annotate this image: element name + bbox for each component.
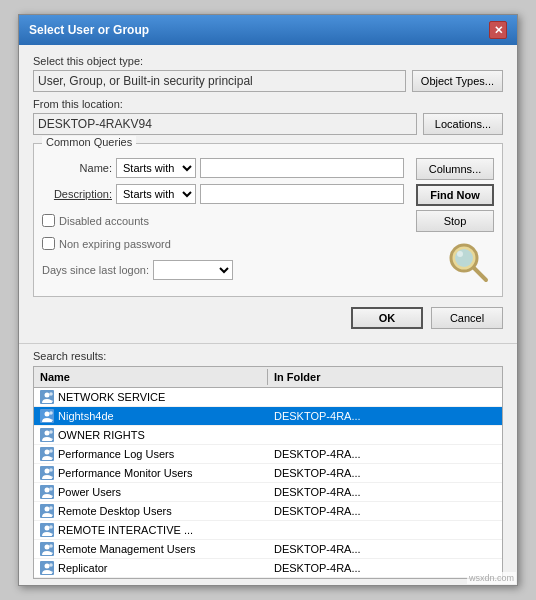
svg-point-3 — [457, 251, 463, 257]
svg-point-5 — [45, 393, 50, 398]
svg-point-11 — [45, 431, 50, 436]
user-group-icon — [40, 466, 54, 480]
table-row[interactable]: ReplicatorDESKTOP-4RA... — [34, 559, 502, 578]
location-input[interactable] — [33, 113, 417, 135]
magnifier-icon — [446, 240, 490, 284]
query-fields: Name: Starts with Is exactly Contains De… — [42, 158, 404, 288]
results-body: NETWORK SERVICE Nightsh4deDESKTOP-4RA...… — [34, 388, 502, 578]
object-type-section: Select this object type: Object Types... — [33, 55, 503, 92]
result-folder-cell: DESKTOP-4RA... — [268, 540, 502, 558]
svg-point-21 — [49, 487, 53, 491]
object-type-label: Select this object type: — [33, 55, 503, 67]
disabled-accounts-row: Disabled accounts — [42, 214, 404, 227]
find-now-button[interactable]: Find Now — [416, 184, 494, 206]
result-name-cell: NETWORK SERVICE — [34, 388, 268, 406]
svg-point-33 — [49, 563, 53, 567]
svg-point-32 — [45, 564, 50, 569]
user-group-icon — [40, 504, 54, 518]
location-row: Locations... — [33, 113, 503, 135]
results-table[interactable]: Name In Folder NETWORK SERVICE Nightsh4d… — [33, 366, 503, 579]
site-watermark: wsxdn.com — [467, 572, 516, 584]
object-type-row: Object Types... — [33, 70, 503, 92]
days-logon-row: Days since last logon: 30 60 90 — [42, 260, 404, 280]
common-queries-section: Common Queries Name: Starts with Is exac… — [33, 143, 503, 297]
user-group-icon — [40, 409, 54, 423]
table-row[interactable]: OWNER RIGHTS — [34, 426, 502, 445]
days-logon-select[interactable]: 30 60 90 — [153, 260, 233, 280]
query-grid: Name: Starts with Is exactly Contains De… — [42, 158, 494, 288]
non-expiring-checkbox[interactable] — [42, 237, 55, 250]
svg-point-6 — [49, 392, 53, 396]
result-name-cell: Replicator — [34, 559, 268, 577]
user-group-icon — [40, 428, 54, 442]
table-row[interactable]: Nightsh4deDESKTOP-4RA... — [34, 407, 502, 426]
dialog-title: Select User or Group — [29, 23, 149, 37]
table-row[interactable]: NETWORK SERVICE — [34, 388, 502, 407]
result-name-cell: REMOTE INTERACTIVE ... — [34, 521, 268, 539]
user-group-icon — [40, 561, 54, 575]
user-group-icon — [40, 485, 54, 499]
name-query-label: Name: — [42, 162, 112, 174]
search-results-label: Search results: — [33, 350, 503, 362]
search-illustration — [442, 236, 494, 288]
description-query-label: Description: — [42, 188, 112, 200]
locations-button[interactable]: Locations... — [423, 113, 503, 135]
name-starts-with-select[interactable]: Starts with Is exactly Contains — [116, 158, 196, 178]
name-query-row: Name: Starts with Is exactly Contains — [42, 158, 404, 178]
description-starts-with-select[interactable]: Starts with Is exactly Contains — [116, 184, 196, 204]
svg-point-1 — [455, 249, 473, 267]
non-expiring-row: Non expiring password — [42, 237, 404, 250]
location-label: From this location: — [33, 98, 503, 110]
result-folder-cell — [268, 426, 502, 444]
table-row[interactable]: REMOTE INTERACTIVE ... — [34, 521, 502, 540]
result-folder-cell — [268, 388, 502, 406]
svg-point-15 — [49, 449, 53, 453]
result-name-cell: OWNER RIGHTS — [34, 426, 268, 444]
svg-point-23 — [45, 507, 50, 512]
svg-point-30 — [49, 544, 53, 548]
svg-line-2 — [474, 268, 486, 280]
result-name-cell: Remote Management Users — [34, 540, 268, 558]
svg-point-8 — [45, 412, 50, 417]
columns-button[interactable]: Columns... — [416, 158, 494, 180]
days-logon-label: Days since last logon: — [42, 264, 149, 276]
query-action-buttons: Columns... Find Now Stop — [414, 158, 494, 288]
svg-point-12 — [49, 430, 53, 434]
description-query-row: Description: Starts with Is exactly Cont… — [42, 184, 404, 204]
disabled-accounts-checkbox[interactable] — [42, 214, 55, 227]
col-header-name: Name — [34, 369, 268, 385]
object-types-button[interactable]: Object Types... — [412, 70, 503, 92]
table-row[interactable]: Remote Desktop UsersDESKTOP-4RA... — [34, 502, 502, 521]
cancel-button[interactable]: Cancel — [431, 307, 503, 329]
disabled-accounts-label: Disabled accounts — [59, 215, 149, 227]
svg-point-27 — [49, 525, 53, 529]
table-row[interactable]: Remote Management UsersDESKTOP-4RA... — [34, 540, 502, 559]
table-row[interactable]: Power UsersDESKTOP-4RA... — [34, 483, 502, 502]
result-name-cell: Nightsh4de — [34, 407, 268, 425]
svg-point-18 — [49, 468, 53, 472]
title-bar: Select User or Group ✕ — [19, 15, 517, 45]
table-row[interactable]: Performance Monitor UsersDESKTOP-4RA... — [34, 464, 502, 483]
svg-point-14 — [45, 450, 50, 455]
svg-point-17 — [45, 469, 50, 474]
table-row[interactable]: Performance Log UsersDESKTOP-4RA... — [34, 445, 502, 464]
result-folder-cell — [268, 521, 502, 539]
object-type-input[interactable] — [33, 70, 406, 92]
result-name-cell: Performance Log Users — [34, 445, 268, 463]
col-header-folder: In Folder — [268, 369, 502, 385]
dialog-body: Select this object type: Object Types...… — [19, 45, 517, 343]
ok-button[interactable]: OK — [351, 307, 423, 329]
result-name-cell: Power Users — [34, 483, 268, 501]
svg-point-24 — [49, 506, 53, 510]
result-name-cell: Remote Desktop Users — [34, 502, 268, 520]
result-folder-cell: DESKTOP-4RA... — [268, 407, 502, 425]
result-folder-cell: DESKTOP-4RA... — [268, 445, 502, 463]
user-group-icon — [40, 523, 54, 537]
svg-point-20 — [45, 488, 50, 493]
common-queries-label: Common Queries — [42, 136, 136, 148]
close-button[interactable]: ✕ — [489, 21, 507, 39]
description-query-input[interactable] — [200, 184, 404, 204]
result-name-cell: Performance Monitor Users — [34, 464, 268, 482]
stop-button[interactable]: Stop — [416, 210, 494, 232]
name-query-input[interactable] — [200, 158, 404, 178]
